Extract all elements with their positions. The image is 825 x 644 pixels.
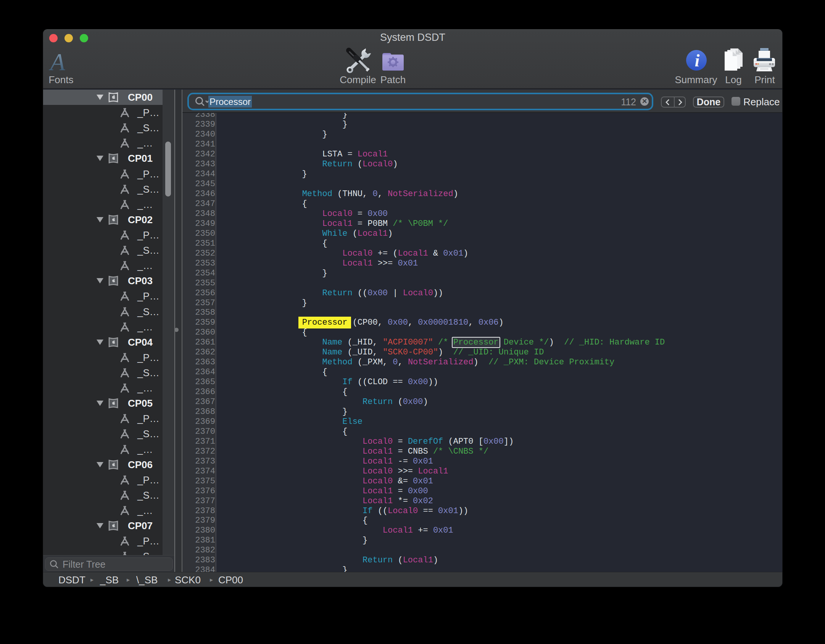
svg-text:A: A [48, 49, 65, 76]
svg-text:i: i [695, 51, 700, 70]
